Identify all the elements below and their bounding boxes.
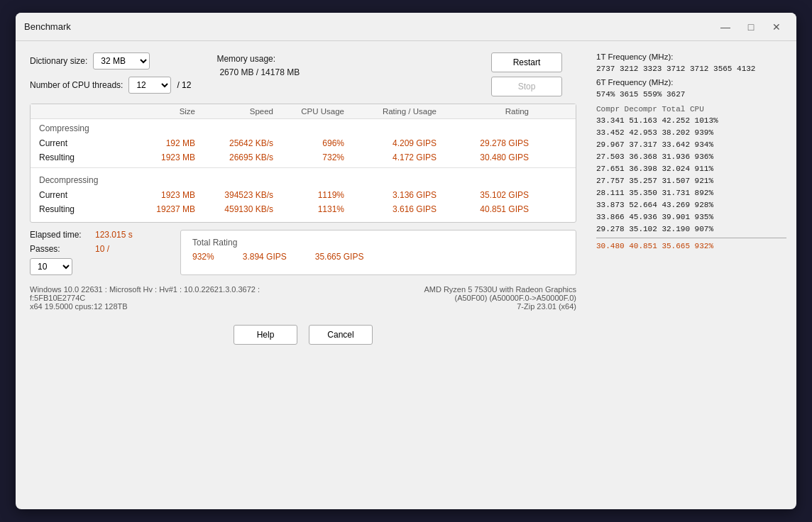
total-rating-title: Total Rating [192,238,564,248]
col-cpu: CPU Usage [273,107,344,116]
col-size: Size [124,107,195,116]
comp-resulting-speed: 26695 KB/s [195,152,273,162]
dictionary-control: Dictionary size: 32 MB [30,52,191,70]
col-rating-usage: Rating / Usage [344,107,437,116]
col-headers: Compr Decompr Total CPU [596,104,786,116]
decomp-current-size: 1923 MB [124,190,195,200]
col-rating: Rating [437,107,529,116]
close-button[interactable]: ✕ [765,18,788,35]
table-divider [596,238,786,238]
main-panel: Dictionary size: 32 MB Number of CPU thr… [16,41,591,509]
freq1t-label: 1T Frequency (MHz): [596,51,786,63]
freq6t-values: 574% 3615 559% 3627 [596,89,786,101]
benchmark-table: Size Speed CPU Usage Rating / Usage Rati… [30,104,576,223]
memory-label: Memory usage: [216,52,300,66]
elapsed-row: Elapsed time: 123.015 s [30,230,172,240]
system-info-right: AMD Ryzen 5 7530U with Radeon Graphics (… [424,285,576,311]
freq-row: 27.651 36.398 32.024 911% [596,163,786,175]
decomp-resulting-speed: 459130 KB/s [195,204,273,214]
freq-row: 33.866 45.936 39.901 935% [596,211,786,223]
decomp-resulting-rating-usage: 3.616 GIPS [344,204,437,214]
threads-select[interactable]: 12 [128,77,171,94]
help-button[interactable]: Help [234,325,297,345]
dictionary-label: Dictionary size: [30,56,87,66]
decomp-resulting-name: Resulting [39,204,124,214]
memory-value: 2670 MB / 14178 MB [219,66,300,79]
table-header: Size Speed CPU Usage Rating / Usage Rati… [31,104,576,119]
window-controls: — □ ✕ [714,18,788,35]
freq6t-label: 6T Frequency (MHz): [596,77,786,89]
os-info: Windows 10.0 22631 : Microsoft Hv : Hv#1… [30,285,260,294]
restart-button[interactable]: Restart [491,52,562,72]
total-freq-row: 30.480 40.851 35.665 932% [596,240,786,252]
memory-info: Memory usage: 2670 MB / 14178 MB [216,52,300,79]
compressing-label: Compressing [31,119,576,136]
footer-buttons: Help Cancel [30,325,576,345]
content-area: Dictionary size: 32 MB Number of CPU thr… [16,41,796,509]
comp-current-cpu: 696% [273,138,344,148]
dictionary-select[interactable]: 32 MB [93,52,150,70]
arch-info: x64 19.5000 cpus:12 128TB [30,302,260,311]
threads-suffix: / 12 [177,80,191,90]
decomp-current-rating-usage: 3.136 GIPS [344,190,437,200]
total-pct: 932% [192,252,214,262]
col-speed: Speed [195,107,273,116]
comp-current-rating-usage: 4.209 GIPS [344,138,437,148]
decomp-current-row: Current 1923 MB 394523 KB/s 1119% 3.136 … [31,188,576,202]
comp-resulting-row: Resulting 1923 MB 26695 KB/s 732% 4.172 … [31,150,576,165]
freq-table: 33.341 51.163 42.252 1013%33.452 42.953 … [596,115,786,235]
freq-row: 28.111 35.350 31.731 892% [596,187,786,199]
cpu-model: (A50F00) (A50000F.0->A50000F.0) [424,294,576,302]
decomp-resulting-row: Resulting 19237 MB 459130 KB/s 1131% 3.6… [31,202,576,216]
decomp-current-rating: 35.102 GIPS [437,190,529,200]
benchmark-window: Benchmark — □ ✕ Dictionary size: 32 MB [16,13,796,509]
comp-resulting-rating-usage: 4.172 GIPS [344,152,437,162]
comp-current-row: Current 192 MB 25642 KB/s 696% 4.209 GIP… [31,136,576,150]
freq-row: 27.757 35.257 31.507 921% [596,175,786,187]
comp-current-rating: 29.278 GIPS [437,138,529,148]
passes-row: Passes: 10 / [30,244,172,254]
freq-row: 27.503 36.368 31.936 936% [596,151,786,163]
comp-current-speed: 25642 KB/s [195,138,273,148]
col-name [39,107,124,116]
elapsed-label: Elapsed time: [30,230,87,240]
hash-info: f:5FB10E2774C [30,294,260,302]
freq-row: 33.452 42.953 38.202 939% [596,127,786,139]
freq-row: 29.278 35.102 32.190 907% [596,223,786,235]
version-info: 7-Zip 23.01 (x64) [424,302,576,311]
cancel-button[interactable]: Cancel [309,325,373,345]
action-buttons: Restart Stop [491,52,562,96]
stop-button[interactable]: Stop [491,77,562,96]
maximize-button[interactable]: □ [740,18,762,35]
minimize-button[interactable]: — [714,18,737,35]
decomp-current-speed: 394523 KB/s [195,190,273,200]
decomp-current-name: Current [39,190,124,200]
passes-select[interactable]: 10 [30,258,72,275]
cpu-name: AMD Ryzen 5 7530U with Radeon Graphics [424,285,576,294]
decompressing-label: Decompressing [31,171,576,188]
titlebar: Benchmark — □ ✕ [16,13,796,41]
elapsed-value: 123.015 s [95,230,133,240]
comp-current-name: Current [39,138,124,148]
freq1t-values: 2737 3212 3323 3712 3712 3565 4132 [596,63,786,75]
freq-row: 29.967 37.317 33.642 934% [596,139,786,151]
comp-resulting-name: Resulting [39,152,124,162]
comp-resulting-size: 1923 MB [124,152,195,162]
decomp-resulting-size: 19237 MB [124,204,195,214]
decomp-resulting-cpu: 1131% [273,204,344,214]
threads-control: Number of CPU threads: 12 / 12 [30,77,191,94]
right-panel: 1T Frequency (MHz): 2737 3212 3323 3712 … [591,41,796,509]
passes-select-row: 10 [30,258,172,275]
total-gips2: 35.665 GIPS [315,252,364,262]
freq-row: 33.341 51.163 42.252 1013% [596,115,786,127]
freq-row: 33.873 52.664 43.269 928% [596,199,786,211]
system-info-left: Windows 10.0 22631 : Microsoft Hv : Hv#1… [30,285,260,311]
window-title: Benchmark [24,21,714,32]
threads-label: Number of CPU threads: [30,80,123,90]
comp-resulting-cpu: 732% [273,152,344,162]
comp-current-size: 192 MB [124,138,195,148]
decomp-current-cpu: 1119% [273,190,344,200]
passes-value: 10 / [95,244,109,254]
decomp-resulting-rating: 40.851 GIPS [437,204,529,214]
comp-resulting-rating: 30.480 GIPS [437,152,529,162]
